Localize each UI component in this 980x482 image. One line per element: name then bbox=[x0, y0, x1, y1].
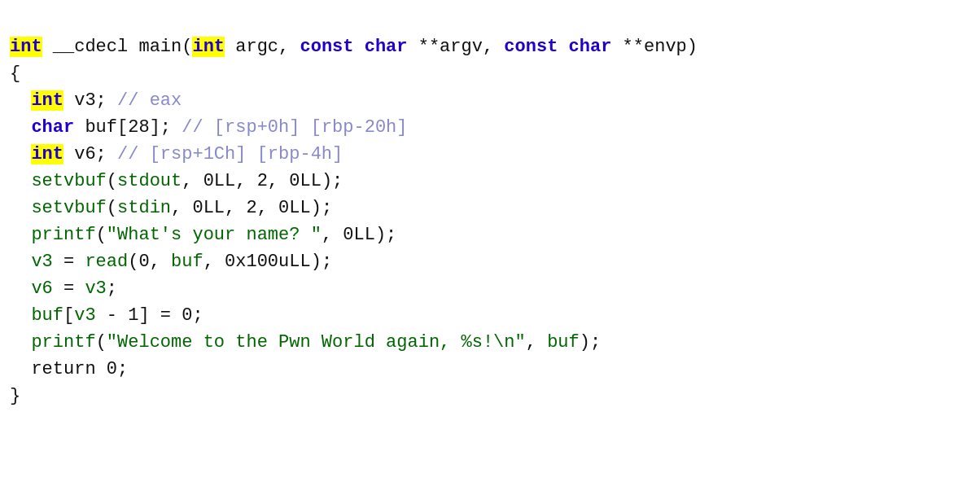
line-8: printf("What's your name? ", 0LL); bbox=[10, 221, 970, 248]
line-4: char buf[28]; // [rsp+0h] [rbp-20h] bbox=[10, 114, 970, 141]
code-token-normal: ( bbox=[96, 225, 107, 245]
line-14: } bbox=[10, 383, 970, 410]
indent bbox=[10, 144, 31, 164]
code-token-normal: , bbox=[171, 198, 192, 218]
code-token-normal: , bbox=[203, 252, 225, 272]
indent bbox=[10, 252, 31, 272]
code-token-normal: , bbox=[322, 225, 343, 245]
indent bbox=[10, 117, 31, 138]
code-token-normal: ( bbox=[107, 171, 117, 191]
code-token-kw-highlight: int bbox=[31, 90, 63, 111]
code-token-normal: ); bbox=[311, 252, 332, 272]
indent bbox=[10, 171, 31, 191]
code-token-fn-call: read bbox=[85, 252, 128, 272]
code-token-var: buf bbox=[171, 252, 203, 272]
code-token-kw-type: const char bbox=[504, 37, 611, 57]
code-token-normal: v6; bbox=[63, 144, 117, 164]
code-token-var: v3 bbox=[85, 278, 106, 299]
code-token-normal: 0LL bbox=[278, 198, 311, 218]
indent bbox=[10, 332, 31, 353]
code-token-normal: } bbox=[10, 386, 20, 406]
code-token-normal: **argv, bbox=[408, 37, 505, 57]
code-token-normal: ( bbox=[107, 198, 117, 218]
code-token-normal: v3; bbox=[63, 90, 117, 111]
code-token-normal: = bbox=[53, 252, 85, 272]
code-token-normal: (0, bbox=[128, 252, 171, 272]
line-13: return 0; bbox=[10, 356, 970, 383]
code-token-var: v6 bbox=[31, 278, 52, 299]
line-3: int v3; // eax bbox=[10, 87, 970, 114]
code-token-normal: , 2, bbox=[235, 171, 289, 191]
code-token-kw-highlight: int bbox=[10, 37, 42, 57]
code-token-kw-highlight: int bbox=[192, 37, 225, 57]
indent bbox=[10, 225, 31, 245]
line-10: v6 = v3; bbox=[10, 275, 970, 302]
code-token-normal: ( bbox=[96, 332, 107, 353]
code-token-var: buf bbox=[31, 305, 63, 326]
code-token-fn-call: printf bbox=[31, 332, 95, 353]
code-token-normal: 0LL bbox=[289, 171, 322, 191]
indent bbox=[10, 305, 31, 326]
code-token-normal: ); bbox=[322, 171, 343, 191]
indent bbox=[10, 90, 31, 111]
code-token-normal: , bbox=[182, 171, 203, 191]
line-11: buf[v3 - 1] = 0; bbox=[10, 302, 970, 329]
indent bbox=[10, 278, 31, 299]
line-7: setvbuf(stdin, 0LL, 2, 0LL); bbox=[10, 195, 970, 221]
line-9: v3 = read(0, buf, 0x100uLL); bbox=[10, 248, 970, 275]
code-token-str: "What's your name? " bbox=[107, 225, 322, 245]
code-token-fn-call: printf bbox=[31, 225, 95, 245]
code-token-kw-type: char bbox=[31, 117, 74, 138]
code-token-str: "Welcome to the Pwn World again, %s!\n" bbox=[107, 332, 526, 353]
code-token-normal: 0LL bbox=[192, 198, 225, 218]
code-token-normal: **envp) bbox=[611, 37, 698, 57]
code-token-fn-call: setvbuf bbox=[31, 198, 106, 218]
code-token-var: stdin bbox=[117, 198, 171, 218]
code-token-normal: ); bbox=[580, 332, 601, 353]
code-token-normal: - 1] = 0; bbox=[96, 305, 203, 326]
indent bbox=[10, 198, 31, 218]
code-token-normal: __cdecl main( bbox=[42, 37, 193, 57]
code-token-normal: 0x100uLL bbox=[225, 252, 311, 272]
code-token-normal: , bbox=[526, 332, 547, 353]
code-token-kw-type: const char bbox=[300, 37, 407, 57]
code-token-var: buf bbox=[547, 332, 580, 353]
code-token-normal: { bbox=[10, 64, 20, 84]
code-token-normal: [ bbox=[63, 305, 74, 326]
code-token-normal: , 2, bbox=[225, 198, 278, 218]
code-token-kw-highlight: int bbox=[31, 144, 63, 164]
line-12: printf("Welcome to the Pwn World again, … bbox=[10, 329, 970, 356]
code-token-normal: return 0; bbox=[31, 359, 128, 379]
code-token-comment: // [rsp+0h] [rbp-20h] bbox=[182, 117, 407, 138]
code-token-var: v3 bbox=[31, 252, 52, 272]
line-2: { bbox=[10, 60, 970, 87]
line-5: int v6; // [rsp+1Ch] [rbp-4h] bbox=[10, 141, 970, 168]
line-1: int __cdecl main(int argc, const char **… bbox=[10, 33, 970, 60]
code-token-normal: ); bbox=[311, 198, 332, 218]
code-token-normal: buf[28]; bbox=[74, 117, 182, 138]
code-token-fn-call: setvbuf bbox=[31, 171, 106, 191]
code-token-var: stdout bbox=[117, 171, 182, 191]
code-token-normal: 0LL bbox=[203, 171, 236, 191]
code-view: int __cdecl main(int argc, const char **… bbox=[10, 7, 970, 410]
code-token-normal: ); bbox=[375, 225, 396, 245]
code-token-var: v3 bbox=[74, 305, 95, 326]
code-token-comment: // eax bbox=[117, 90, 182, 111]
line-6: setvbuf(stdout, 0LL, 2, 0LL); bbox=[10, 168, 970, 195]
indent bbox=[10, 359, 31, 379]
code-token-normal: 0LL bbox=[343, 225, 375, 245]
code-token-comment: // [rsp+1Ch] [rbp-4h] bbox=[117, 144, 343, 164]
code-token-normal: argc, bbox=[225, 37, 300, 57]
code-token-normal: = bbox=[53, 278, 85, 299]
code-token-normal: ; bbox=[107, 278, 117, 299]
